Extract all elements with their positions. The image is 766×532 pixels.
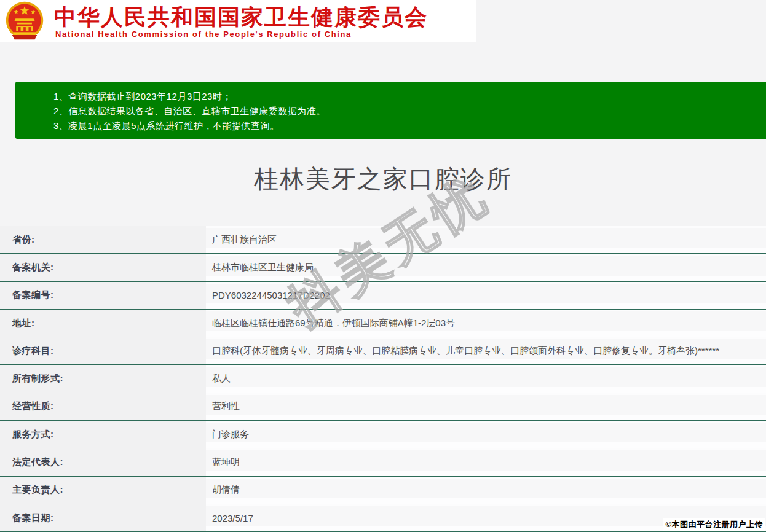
row-value: 口腔科(牙体牙髓病专业、牙周病专业、口腔粘膜病专业、儿童口腔专业、口腔颌面外科专…: [206, 337, 766, 364]
table-row: 省份: 广西壮族自治区: [0, 226, 766, 254]
row-value: 临桂区临桂镇仕通路69号精通．伊顿国际商铺A幢1-2层03号: [206, 310, 766, 337]
table-row: 所有制形式: 私人: [0, 365, 766, 393]
row-value: PDY60322445031217D2202: [206, 282, 766, 309]
row-value: 蓝坤明: [206, 448, 766, 475]
china-national-emblem-icon: [4, 1, 45, 41]
row-value: 广西壮族自治区: [206, 226, 766, 253]
notice-line: 3、凌晨1点至凌晨5点系统进行维护，不能提供查询。: [53, 119, 766, 133]
row-value: 桂林市临桂区卫生健康局: [206, 254, 766, 281]
table-row: 地址: 临桂区临桂镇仕通路69号精通．伊顿国际商铺A幢1-2层03号: [0, 310, 766, 337]
row-value: 私人: [206, 365, 766, 392]
row-label: 备案机关:: [0, 254, 206, 281]
row-label: 经营性质:: [0, 393, 206, 420]
table-row: 诊疗科目: 口腔科(牙体牙髓病专业、牙周病专业、口腔粘膜病专业、儿童口腔专业、口…: [0, 337, 766, 365]
table-row: 备案日期: 2023/5/17: [0, 504, 766, 532]
site-header: 中华人民共和国国家卫生健康委员会 National Health Commiss…: [0, 0, 476, 42]
header-title-en: National Health Commission of the People…: [55, 29, 352, 39]
table-row: 主要负责人: 胡倩倩: [0, 477, 766, 504]
copyright-badge: ©本图由平台注册用户上传: [663, 518, 765, 531]
table-row: 备案编号: PDY60322445031217D2202: [0, 282, 766, 310]
header-title-cn: 中华人民共和国国家卫生健康委员会: [54, 2, 428, 33]
page-root: 中华人民共和国国家卫生健康委员会 National Health Commiss…: [0, 0, 766, 532]
notice-line: 1、查询数据截止到2023年12月3日23时；: [53, 89, 766, 104]
row-label: 备案日期:: [0, 504, 206, 531]
row-label: 服务方式:: [0, 421, 206, 448]
row-label: 诊疗科目:: [0, 337, 206, 364]
row-value: 营利性: [206, 393, 766, 420]
table-row: 经营性质: 营利性: [0, 393, 766, 421]
notice-box: 1、查询数据截止到2023年12月3日23时；2、信息数据结果以各省、自治区、直…: [15, 82, 766, 139]
table-row: 服务方式: 门诊服务: [0, 421, 766, 448]
row-value: 胡倩倩: [206, 477, 766, 504]
top-divider: [0, 72, 766, 72]
row-label: 主要负责人:: [0, 477, 206, 504]
notice-line: 2、信息数据结果以各省、自治区、直辖市卫生健康委数据为准。: [53, 104, 766, 119]
page-title: 桂林美牙之家口腔诊所: [0, 162, 766, 196]
row-label: 省份:: [0, 226, 206, 253]
row-label: 备案编号:: [0, 282, 206, 309]
row-label: 法定代表人:: [0, 448, 206, 475]
row-label: 所有制形式:: [0, 365, 206, 392]
record-table: 省份: 广西壮族自治区 备案机关: 桂林市临桂区卫生健康局 备案编号: PDY6…: [0, 226, 766, 532]
table-row: 法定代表人: 蓝坤明: [0, 448, 766, 476]
row-value: 门诊服务: [206, 421, 766, 448]
row-label: 地址:: [0, 310, 206, 337]
table-row: 备案机关: 桂林市临桂区卫生健康局: [0, 254, 766, 281]
